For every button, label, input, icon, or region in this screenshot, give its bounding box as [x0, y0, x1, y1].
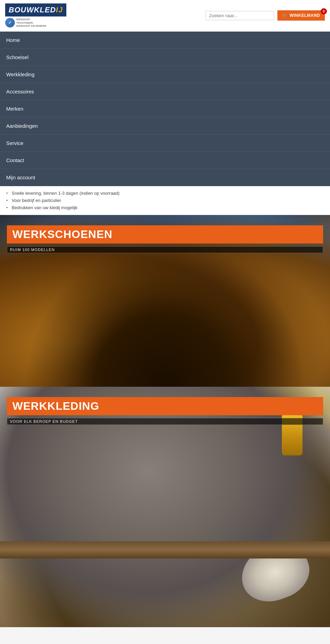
- nav-link-home[interactable]: Home: [0, 32, 330, 48]
- info-item-2: Voor bedrijf en particulier: [6, 197, 324, 204]
- trustmark-icon: ✓: [5, 18, 15, 27]
- nav-link-accessoires[interactable]: Accessoires: [0, 83, 330, 100]
- nav-link-aanbiedingen[interactable]: Aanbiedingen: [0, 117, 330, 134]
- nav-item-merken[interactable]: Merken: [0, 100, 330, 117]
- site-header: BOUWKLEDIJ ✓ WEBSHOP TRUSTMARK WEBSHOP K…: [0, 0, 330, 32]
- nav-link-service[interactable]: Service: [0, 135, 330, 151]
- werkkleding-subtitle: VOOR ELK BEROEP EN BUDGET: [7, 418, 323, 425]
- search-input[interactable]: [205, 11, 274, 20]
- nav-list: Home Schoeisel Werkkleding Accessoires M…: [0, 32, 330, 186]
- cart-count: 0: [321, 8, 327, 14]
- nav-link-contact[interactable]: Contact: [0, 152, 330, 169]
- nav-item-mijn-account[interactable]: Mijn account: [0, 169, 330, 186]
- nav-item-aanbiedingen[interactable]: Aanbiedingen: [0, 117, 330, 135]
- nav-link-schoeisel[interactable]: Schoeisel: [0, 49, 330, 66]
- nav-item-werkkleding[interactable]: Werkkleding: [0, 66, 330, 83]
- werkkleding-title: WERKKLEDING: [12, 400, 318, 413]
- werkschoenen-title: WERKSCHOENEN: [12, 228, 318, 241]
- nav-item-home[interactable]: Home: [0, 32, 330, 49]
- nav-item-schoeisel[interactable]: Schoeisel: [0, 49, 330, 66]
- belt-decoration: [0, 541, 330, 558]
- cart-button[interactable]: 🛒 WINKELMAND 0: [277, 10, 325, 21]
- trustmark-badge-area: ✓ WEBSHOP TRUSTMARK WEBSHOP KEURMERK: [5, 18, 66, 28]
- werkschoenen-subtitle: RUIM 100 MODELLEN: [7, 246, 323, 253]
- logo-area: BOUWKLEDIJ ✓ WEBSHOP TRUSTMARK WEBSHOP K…: [5, 3, 66, 28]
- main-nav: Home Schoeisel Werkkleding Accessoires M…: [0, 32, 330, 186]
- nav-item-service[interactable]: Service: [0, 135, 330, 152]
- trustmark-text: WEBSHOP TRUSTMARK WEBSHOP KEURMERK: [16, 18, 46, 28]
- nav-item-accessoires[interactable]: Accessoires: [0, 83, 330, 100]
- info-item-3: Bedrukken van uw kledij mogelijk: [6, 204, 324, 211]
- nav-link-mijn-account[interactable]: Mijn account: [0, 169, 330, 186]
- nav-link-werkkleding[interactable]: Werkkleding: [0, 66, 330, 83]
- info-item-1: Snelle levering, binnen 1-3 dagen (indie…: [6, 190, 324, 197]
- info-list: Snelle levering, binnen 1-3 dagen (indie…: [6, 190, 324, 211]
- nav-link-merken[interactable]: Merken: [0, 100, 330, 117]
- werkkleding-title-box: WERKKLEDING: [7, 397, 323, 415]
- hero-werkkleding[interactable]: WERKKLEDING VOOR ELK BEROEP EN BUDGET: [0, 387, 330, 627]
- nav-item-contact[interactable]: Contact: [0, 152, 330, 169]
- cart-label: WINKELMAND: [290, 13, 320, 18]
- info-bar: Snelle levering, binnen 1-3 dagen (indie…: [0, 186, 330, 215]
- header-right: 🛒 WINKELMAND 0: [205, 10, 325, 21]
- site-logo[interactable]: BOUWKLEDIJ: [5, 3, 66, 16]
- cart-icon: 🛒: [282, 13, 288, 18]
- werkschoenen-title-box: WERKSCHOENEN: [7, 225, 323, 244]
- hero-werkschoenen[interactable]: WERKSCHOENEN RUIM 100 MODELLEN: [0, 215, 330, 387]
